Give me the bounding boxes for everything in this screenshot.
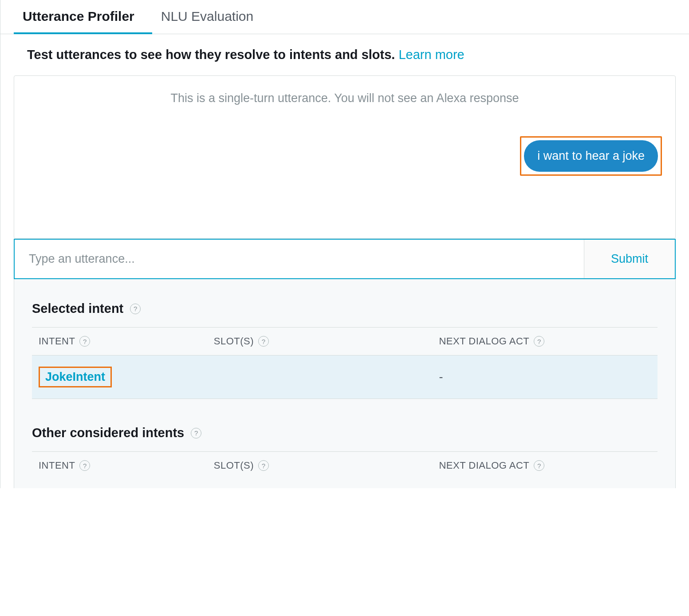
tabs-bar: Utterance Profiler NLU Evaluation (0, 0, 689, 34)
intro-text: Test utterances to see how they resolve … (0, 34, 689, 75)
submit-button[interactable]: Submit (584, 240, 675, 278)
tab-utterance-profiler[interactable]: Utterance Profiler (14, 0, 152, 34)
intent-link[interactable]: JokeIntent (45, 370, 105, 383)
utterance-input[interactable] (15, 240, 584, 278)
user-utterance-bubble: i want to hear a joke (524, 140, 658, 172)
intro-message: Test utterances to see how they resolve … (27, 47, 398, 62)
column-header-dialog: NEXT DIALOG ACT ? (432, 328, 658, 355)
column-header-dialog-label: NEXT DIALOG ACT (439, 460, 529, 471)
column-header-slots: SLOT(S) ? (207, 452, 433, 480)
slots-cell (207, 355, 433, 399)
chat-body: i want to hear a joke (14, 114, 675, 238)
dialog-cell: - (432, 355, 658, 399)
help-icon[interactable]: ? (258, 336, 269, 347)
other-intents-title-text: Other considered intents (32, 426, 184, 440)
selected-intent-table: INTENT ? SLOT(S) ? NEXT DIALOG ACT (32, 327, 658, 399)
tab-nlu-evaluation[interactable]: NLU Evaluation (152, 0, 271, 34)
help-icon[interactable]: ? (534, 336, 544, 347)
other-intents-title: Other considered intents ? (32, 426, 658, 440)
column-header-intent-label: INTENT (39, 460, 75, 471)
column-header-intent-label: INTENT (39, 336, 75, 347)
utterance-highlight-box: i want to hear a joke (520, 136, 662, 176)
help-icon[interactable]: ? (130, 304, 141, 314)
table-row: JokeIntent - (32, 355, 658, 399)
column-header-dialog: NEXT DIALOG ACT ? (432, 452, 658, 480)
column-header-slots-label: SLOT(S) (214, 460, 254, 471)
help-icon[interactable]: ? (79, 460, 90, 471)
selected-intent-title: Selected intent ? (32, 301, 658, 316)
help-icon[interactable]: ? (79, 336, 90, 347)
column-header-slots-label: SLOT(S) (214, 336, 254, 347)
help-icon[interactable]: ? (534, 460, 544, 471)
other-intents-section: Other considered intents ? INTENT ? (32, 426, 658, 479)
column-header-dialog-label: NEXT DIALOG ACT (439, 336, 529, 347)
column-header-intent: INTENT ? (32, 328, 207, 355)
other-intents-table: INTENT ? SLOT(S) ? NEXT (32, 451, 658, 479)
intent-cell: JokeIntent (32, 355, 207, 399)
intent-highlight-box: JokeIntent (39, 367, 112, 387)
help-icon[interactable]: ? (258, 460, 269, 471)
chat-panel: This is a single-turn utterance. You wil… (14, 75, 676, 239)
chat-notice: This is a single-turn utterance. You wil… (14, 76, 675, 114)
utterance-input-row: Submit (14, 239, 676, 279)
column-header-slots: SLOT(S) ? (207, 328, 433, 355)
selected-intent-title-text: Selected intent (32, 301, 123, 316)
utterance-profiler-panel: Utterance Profiler NLU Evaluation Test u… (0, 0, 689, 488)
column-header-intent: INTENT ? (32, 452, 207, 480)
help-icon[interactable]: ? (191, 428, 201, 438)
results-panel: Selected intent ? INTENT ? SLOT(S) ? (14, 279, 676, 488)
learn-more-link[interactable]: Learn more (398, 47, 464, 62)
